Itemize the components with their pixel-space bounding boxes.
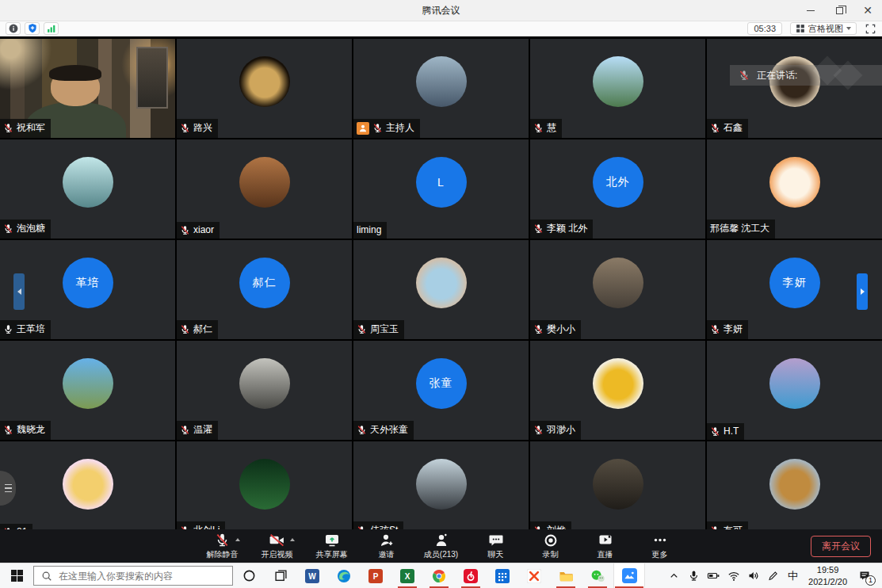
taskbar-app-netease-music[interactable] (455, 563, 487, 588)
avatar (416, 459, 467, 510)
view-mode-dropdown[interactable]: 宫格视图 (790, 22, 857, 35)
footer-button-invite[interactable]: 邀请 (369, 533, 404, 560)
mic-muted-icon (710, 426, 720, 437)
view-mode-label: 宫格视图 (808, 23, 843, 35)
participant-tile[interactable]: 羽渺小 (530, 341, 705, 440)
mic-muted-icon (180, 324, 190, 334)
participant-tile[interactable]: 佳弦St (353, 441, 529, 529)
participant-tile[interactable]: 北创Li (177, 441, 352, 529)
start-button[interactable] (0, 563, 33, 588)
taskbar-app-word[interactable]: W (296, 563, 328, 588)
battery-icon[interactable] (704, 563, 724, 588)
taskbar-app-edge[interactable] (328, 563, 360, 588)
footer-button-start-video[interactable]: 开启视频 (260, 533, 295, 560)
avatar (63, 459, 113, 510)
wifi-icon[interactable] (724, 563, 743, 588)
ime-indicator[interactable]: 中 (783, 563, 803, 588)
participant-tile[interactable]: 刘烨 (530, 441, 705, 529)
pen-icon[interactable] (763, 563, 783, 588)
participant-tile[interactable]: 周宝玉 (353, 240, 529, 339)
participant-tile[interactable]: 郝仁郝仁 (177, 240, 352, 339)
participant-tile[interactable]: xiaor (177, 139, 352, 239)
participant-label: 王革培 (0, 320, 51, 339)
taskbar-app-xmind[interactable] (518, 563, 550, 588)
avatar: 张童 (416, 358, 467, 409)
action-center-button[interactable]: 1 (853, 563, 876, 588)
task-view-button[interactable] (265, 563, 296, 588)
avatar: 革培 (63, 258, 113, 308)
volume-icon[interactable] (743, 563, 763, 588)
participant-name: 北创Li (193, 524, 220, 529)
avatar (63, 157, 113, 208)
avatar (63, 358, 113, 409)
participant-tile[interactable]: 李妍李妍 (707, 240, 882, 339)
mic-muted-icon (180, 225, 190, 235)
participant-tile[interactable]: 张童天外张童 (353, 341, 529, 440)
search-input[interactable] (59, 571, 225, 582)
taskbar-search[interactable] (33, 566, 233, 586)
live-icon (598, 533, 613, 548)
taskbar-app-calendar[interactable] (487, 563, 518, 588)
participant-label: 有可 (707, 521, 748, 529)
participant-tile[interactable]: 邢德馨 沈工大 (707, 139, 882, 239)
footer-button-more[interactable]: 更多 (643, 533, 678, 560)
participant-tile[interactable]: 有可 (707, 441, 882, 529)
window-titlebar: 腾讯会议 ✕ (0, 0, 882, 21)
participant-tile[interactable]: 81 (0, 441, 175, 529)
participant-tile[interactable]: 革培王革培 (0, 240, 175, 339)
footer-button-live[interactable]: 直播 (588, 533, 623, 560)
footer-button-label: 录制 (543, 549, 559, 560)
minimize-button[interactable] (796, 0, 825, 21)
footer-button-unmute[interactable]: 解除静音 (205, 533, 240, 560)
next-page-button[interactable] (857, 273, 868, 310)
meeting-icon (622, 568, 637, 583)
footer-button-record[interactable]: 录制 (533, 533, 568, 560)
restore-button[interactable] (825, 0, 853, 21)
participant-tile[interactable]: 魏晓龙 (0, 341, 175, 440)
participant-tile[interactable]: 祝和军 (0, 39, 175, 138)
participant-tile[interactable]: H.T (707, 341, 882, 440)
taskbar-app-excel[interactable]: X (391, 563, 423, 588)
microphone-icon[interactable] (684, 563, 704, 588)
chevron-up-icon[interactable] (235, 538, 240, 541)
participant-tile[interactable]: 慧 (530, 39, 705, 138)
taskbar-app-chrome[interactable] (423, 563, 455, 588)
participant-tile[interactable]: 北外李颖 北外 (530, 139, 705, 239)
participant-tile[interactable]: 石鑫 (707, 39, 882, 138)
cortana-button[interactable] (233, 563, 265, 588)
participant-label: 路兴 (177, 119, 218, 138)
fullscreen-button[interactable] (865, 23, 876, 35)
shield-icon[interactable] (25, 22, 40, 35)
prev-page-button[interactable] (13, 273, 25, 310)
minimize-icon (807, 10, 815, 11)
participant-tile[interactable]: 樊小小 (530, 240, 705, 339)
speaking-label: 正在讲话: (757, 69, 797, 82)
taskbar-app-tencent-meeting[interactable] (613, 563, 645, 588)
avatar: 北外 (593, 157, 643, 208)
footer-button-members[interactable]: 成员(213) (424, 533, 459, 560)
footer-button-share-screen[interactable]: 共享屏幕 (315, 533, 349, 560)
taskbar-app-powerpoint[interactable]: P (360, 563, 391, 588)
avatar (416, 56, 467, 107)
signal-icon[interactable] (44, 22, 59, 35)
participant-tile[interactable]: 路兴 (177, 39, 352, 138)
participant-tile[interactable]: 泡泡糖 (0, 139, 175, 239)
camera-muted-icon (269, 533, 285, 548)
taskbar-app-file-explorer[interactable] (550, 563, 582, 588)
chevron-up-icon[interactable] (290, 538, 295, 541)
participant-name: 慧 (547, 121, 556, 135)
footer-button-chat[interactable]: 聊天 (479, 533, 514, 560)
taskbar-clock[interactable]: 19:59 2021/2/20 (803, 564, 853, 587)
participant-name: xiaor (193, 224, 214, 235)
close-button[interactable]: ✕ (853, 0, 882, 21)
chevron-up-icon[interactable] (664, 563, 684, 588)
participant-tile[interactable]: 温濯 (177, 341, 352, 440)
leave-meeting-button[interactable]: 离开会议 (811, 536, 871, 557)
system-tray: 中 19:59 2021/2/20 1 (664, 563, 882, 588)
taskbar-app-wechat[interactable] (582, 563, 613, 588)
info-icon[interactable] (6, 22, 21, 35)
participant-tile[interactable]: Lliming (353, 139, 529, 239)
participant-label: xiaor (177, 222, 220, 239)
participant-tile[interactable]: 主持人 (353, 39, 529, 138)
search-icon (41, 571, 52, 582)
